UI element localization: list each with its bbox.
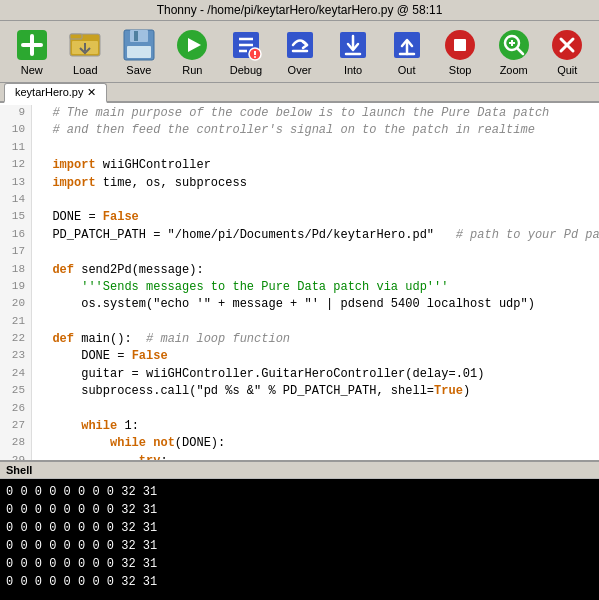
new-label: New: [21, 64, 43, 76]
debug-button[interactable]: Debug: [220, 25, 272, 78]
code-line: 25 subprocess.call("pd %s &" % PD_PATCH_…: [0, 383, 599, 400]
load-label: Load: [73, 64, 97, 76]
code-line: 15 DONE = False: [0, 209, 599, 226]
code-scroll[interactable]: 9 # The main purpose of the code below i…: [0, 103, 599, 460]
code-line: 9 # The main purpose of the code below i…: [0, 105, 599, 122]
line-content: [32, 401, 45, 418]
zoom-button[interactable]: Zoom: [488, 25, 540, 78]
into-icon: [335, 27, 371, 63]
line-content: # The main purpose of the code below is …: [32, 105, 549, 122]
out-icon: [389, 27, 425, 63]
code-line: 19 '''Sends messages to the Pure Data pa…: [0, 279, 599, 296]
line-content: PD_PATCH_PATH = "/home/pi/Documents/Pd/k…: [32, 227, 599, 244]
over-icon: [282, 27, 318, 63]
code-line: 12 import wiiGHController: [0, 157, 599, 174]
shell-line: 0 0 0 0 0 0 0 0 32 31: [6, 483, 593, 501]
shell-line: 0 0 0 0 0 0 0 0 32 31: [6, 501, 593, 519]
debug-label: Debug: [230, 64, 262, 76]
line-number: 29: [0, 453, 32, 460]
code-area[interactable]: 9 # The main purpose of the code below i…: [0, 103, 599, 460]
load-button[interactable]: Load: [60, 25, 112, 78]
line-number: 21: [0, 314, 32, 331]
svg-rect-10: [127, 46, 151, 58]
shell-line: 0 0 0 0 0 0 0 0 32 31: [6, 537, 593, 555]
save-icon: [121, 27, 157, 63]
code-line: 11: [0, 140, 599, 157]
shell-line: 0 0 0 0 0 0 0 0 32 31: [6, 519, 593, 537]
code-line: 20 os.system("echo '" + message + "' | p…: [0, 296, 599, 313]
line-content: while 1:: [32, 418, 139, 435]
line-number: 14: [0, 192, 32, 209]
line-number: 20: [0, 296, 32, 313]
line-number: 9: [0, 105, 32, 122]
quit-label: Quit: [557, 64, 577, 76]
stop-icon: [442, 27, 478, 63]
into-button[interactable]: Into: [327, 25, 379, 78]
line-number: 16: [0, 227, 32, 244]
line-number: 12: [0, 157, 32, 174]
zoom-icon: [496, 27, 532, 63]
zoom-label: Zoom: [500, 64, 528, 76]
over-label: Over: [288, 64, 312, 76]
line-content: DONE = False: [32, 348, 168, 365]
shell-output[interactable]: 0 0 0 0 0 0 0 0 32 310 0 0 0 0 0 0 0 32 …: [0, 479, 599, 600]
line-content: import wiiGHController: [32, 157, 211, 174]
line-content: '''Sends messages to the Pure Data patch…: [32, 279, 448, 296]
line-content: def send2Pd(message):: [32, 262, 204, 279]
over-button[interactable]: Over: [274, 25, 326, 78]
line-content: [32, 192, 45, 209]
quit-icon: [549, 27, 585, 63]
svg-rect-20: [287, 32, 313, 58]
line-content: # and then feed the controller's signal …: [32, 122, 535, 139]
line-number: 17: [0, 244, 32, 261]
code-line: 28 while not(DONE):: [0, 435, 599, 452]
out-button[interactable]: Out: [381, 25, 433, 78]
code-line: 27 while 1:: [0, 418, 599, 435]
code-line: 26: [0, 401, 599, 418]
stop-button[interactable]: Stop: [434, 25, 486, 78]
line-number: 27: [0, 418, 32, 435]
line-content: os.system("echo '" + message + "' | pdse…: [32, 296, 535, 313]
line-content: while not(DONE):: [32, 435, 225, 452]
code-line: 14: [0, 192, 599, 209]
out-label: Out: [398, 64, 416, 76]
line-number: 18: [0, 262, 32, 279]
save-button[interactable]: Save: [113, 25, 165, 78]
into-label: Into: [344, 64, 362, 76]
debug-icon: [228, 27, 264, 63]
line-content: [32, 314, 45, 331]
line-number: 11: [0, 140, 32, 157]
code-line: 24 guitar = wiiGHController.GuitarHeroCo…: [0, 366, 599, 383]
code-line: 21: [0, 314, 599, 331]
line-content: subprocess.call("pd %s &" % PD_PATCH_PAT…: [32, 383, 470, 400]
line-number: 15: [0, 209, 32, 226]
line-number: 26: [0, 401, 32, 418]
run-label: Run: [182, 64, 202, 76]
title-bar: Thonny - /home/pi/keytarHero/keytarHero.…: [0, 0, 599, 21]
line-content: try:: [32, 453, 168, 460]
line-content: import time, os, subprocess: [32, 175, 247, 192]
run-icon: [174, 27, 210, 63]
svg-rect-4: [70, 34, 82, 39]
line-number: 22: [0, 331, 32, 348]
line-number: 24: [0, 366, 32, 383]
line-content: [32, 244, 45, 261]
shell-label: Shell: [0, 462, 599, 479]
code-line: 29 try:: [0, 453, 599, 460]
run-button[interactable]: Run: [167, 25, 219, 78]
tab-keytarhero[interactable]: keytarHero.py ✕: [4, 83, 107, 103]
line-number: 23: [0, 348, 32, 365]
shell-line: 0 0 0 0 0 0 0 0 32 31: [6, 573, 593, 591]
quit-button[interactable]: Quit: [541, 25, 593, 78]
code-line: 22 def main(): # main loop function: [0, 331, 599, 348]
line-content: def main(): # main loop function: [32, 331, 290, 348]
line-number: 13: [0, 175, 32, 192]
title-text: Thonny - /home/pi/keytarHero/keytarHero.…: [157, 3, 443, 17]
save-label: Save: [126, 64, 151, 76]
svg-rect-29: [454, 39, 466, 51]
svg-point-30: [499, 30, 529, 60]
code-line: 23 DONE = False: [0, 348, 599, 365]
line-content: [32, 140, 45, 157]
new-button[interactable]: New: [6, 25, 58, 78]
tab-label: keytarHero.py ✕: [15, 86, 96, 98]
